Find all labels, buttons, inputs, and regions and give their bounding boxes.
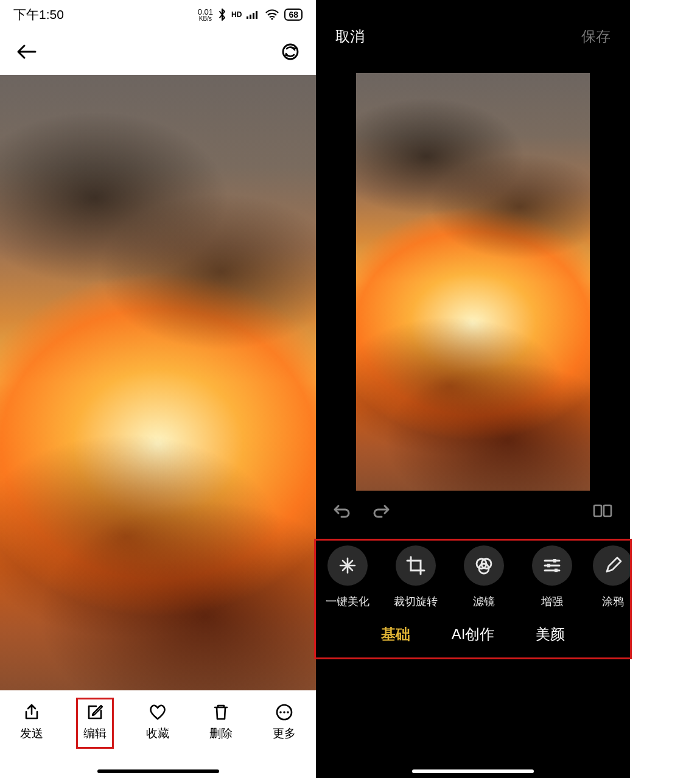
svg-rect-20: [553, 559, 556, 562]
status-time: 下午1:50: [13, 6, 64, 23]
svg-rect-3: [256, 11, 257, 19]
sliders-icon: [532, 545, 572, 586]
svg-point-10: [283, 711, 285, 713]
bluetooth-icon: [218, 8, 226, 21]
send-label: 发送: [20, 726, 43, 741]
home-indicator[interactable]: [412, 769, 534, 773]
favorite-label: 收藏: [146, 726, 169, 741]
tool-doodle[interactable]: 涂鸦: [595, 545, 630, 609]
svg-point-9: [279, 711, 282, 713]
network-speed: 0.01 KB/s: [198, 8, 213, 22]
tab-ai[interactable]: AI创作: [452, 625, 495, 644]
status-right: 0.01 KB/s HD 68: [198, 8, 303, 22]
viewer-appbar: [0, 29, 316, 74]
svg-rect-0: [247, 16, 248, 19]
delete-label: 删除: [209, 726, 233, 741]
send-button[interactable]: 发送: [14, 699, 49, 748]
heart-icon: [148, 703, 167, 722]
tab-beauty[interactable]: 美颜: [536, 625, 565, 644]
editor-photo[interactable]: [356, 73, 590, 491]
hd-label: HD: [231, 10, 242, 19]
gallery-viewer-pane: 下午1:50 0.01 KB/s HD 68: [0, 0, 316, 778]
pencil-icon: [593, 545, 630, 586]
viewer-bottom-bar: 发送 编辑 收藏 删除 更多: [0, 690, 316, 778]
crop-icon: [396, 545, 436, 586]
svg-point-4: [271, 18, 273, 19]
editor-category-tabs: 基础 AI创作 美颜: [316, 609, 630, 653]
svg-rect-1: [250, 15, 251, 19]
doodle-label: 涂鸦: [602, 594, 624, 609]
beautify-label: 一键美化: [326, 594, 369, 609]
svg-rect-12: [594, 505, 601, 516]
lens-switch-icon[interactable]: [281, 42, 300, 61]
editor-tools-row[interactable]: 一键美化 裁切旋转 滤镜: [316, 541, 630, 609]
tool-one-click-beautify[interactable]: 一键美化: [322, 545, 373, 609]
share-icon: [23, 703, 41, 722]
trash-icon: [212, 703, 229, 722]
home-indicator[interactable]: [97, 769, 219, 773]
editor-pane: 取消 保存 一键美化: [316, 0, 630, 778]
editor-canvas: [316, 73, 630, 491]
edit-icon: [86, 703, 104, 722]
cancel-button[interactable]: 取消: [335, 27, 365, 46]
filter-icon: [464, 545, 504, 586]
favorite-button[interactable]: 收藏: [140, 699, 175, 748]
photo-preview[interactable]: [0, 74, 316, 690]
svg-rect-2: [253, 13, 254, 19]
more-label: 更多: [273, 726, 296, 741]
signal-icon: [247, 9, 260, 20]
undo-icon[interactable]: [333, 503, 351, 521]
edit-label: 编辑: [83, 726, 107, 741]
tool-crop-rotate[interactable]: 裁切旋转: [390, 545, 441, 609]
tab-basic[interactable]: 基础: [381, 625, 410, 644]
svg-rect-21: [547, 564, 550, 567]
editor-appbar: 取消 保存: [316, 0, 630, 73]
svg-point-11: [287, 711, 289, 713]
filter-label: 滤镜: [473, 594, 495, 609]
more-button[interactable]: 更多: [267, 699, 302, 748]
tool-filter[interactable]: 滤镜: [458, 545, 509, 609]
svg-rect-22: [555, 569, 558, 572]
undo-redo-bar: [316, 491, 630, 533]
editor-tools-highlight: 一键美化 裁切旋转 滤镜: [316, 541, 630, 657]
wifi-icon: [265, 9, 279, 20]
back-icon[interactable]: [16, 43, 37, 60]
delete-button[interactable]: 删除: [203, 699, 239, 748]
battery-level: 68: [284, 9, 303, 21]
compare-icon[interactable]: [592, 502, 613, 522]
save-button[interactable]: 保存: [581, 27, 611, 46]
edit-button[interactable]: 编辑: [77, 699, 113, 748]
redo-icon[interactable]: [372, 503, 390, 521]
status-bar: 下午1:50 0.01 KB/s HD 68: [0, 0, 316, 29]
sparkle-icon: [327, 545, 368, 586]
tool-enhance[interactable]: 增强: [527, 545, 578, 609]
more-icon: [275, 703, 293, 722]
crop-label: 裁切旋转: [394, 594, 438, 609]
enhance-label: 增强: [541, 594, 563, 609]
svg-rect-13: [604, 505, 611, 516]
